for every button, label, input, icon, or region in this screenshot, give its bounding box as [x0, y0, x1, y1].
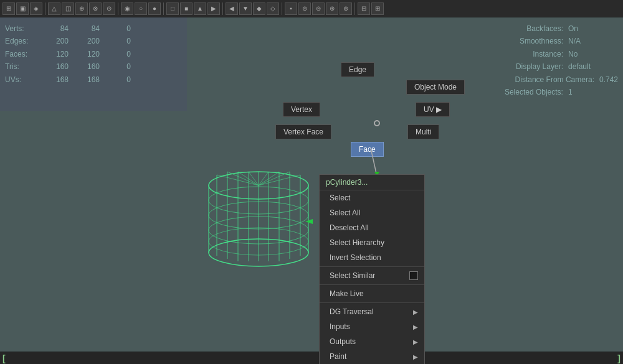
ctx-item-select-all[interactable]: Select All — [320, 205, 424, 220]
stat-row-edges: Edges: 200 200 0 — [5, 35, 136, 47]
info-row-distance: Distance From Camera: 0.742 — [482, 73, 618, 86]
ctx-item-outputs-label: Outputs — [330, 337, 356, 346]
stat-val-uvs-1: 168 — [42, 73, 74, 86]
toolbar-icon-24[interactable]: ⊚ — [340, 2, 352, 15]
ctx-item-select-all-label: Select All — [330, 208, 360, 217]
stat-val-uvs-3: 0 — [105, 73, 136, 86]
ctx-sep-2 — [320, 284, 424, 285]
toolbar-icon-13[interactable]: ■ — [180, 2, 193, 15]
info-row-displayer: Display Layer: default — [482, 60, 618, 73]
toolbar-icon-3[interactable]: ◈ — [30, 2, 42, 15]
info-val-selected: 1 — [568, 86, 573, 98]
info-label-displayer: Display Layer: — [482, 60, 563, 73]
ctx-item-select-hierarchy[interactable]: Select Hierarchy — [320, 235, 424, 250]
info-panel: Backfaces: On Smoothness: N/A Instance: … — [482, 22, 618, 98]
stat-val-verts-3: 0 — [105, 22, 136, 35]
vertex-mode-button[interactable]: Vertex — [283, 102, 320, 117]
toolbar-icon-25[interactable]: ⊟ — [358, 2, 370, 15]
toolbar-sep-1 — [45, 2, 45, 15]
multi-mode-button[interactable]: Multi — [407, 124, 439, 139]
toolbar-icon-12[interactable]: □ — [166, 2, 179, 15]
toolbar-icon-6[interactable]: ⊕ — [75, 2, 88, 15]
ctx-item-paint-label: Paint — [330, 352, 346, 361]
vertex-face-mode-button[interactable]: Vertex Face — [275, 124, 331, 139]
ctx-checkbox-select-similar[interactable] — [409, 271, 418, 280]
stat-label-edges: Edges: — [5, 35, 42, 47]
ctx-item-invert-selection-label: Invert Selection — [330, 253, 381, 262]
uv-mode-button[interactable]: UV ▶ — [416, 102, 450, 117]
toolbar-icon-23[interactable]: ⊛ — [326, 2, 338, 15]
ctx-arrow-outputs: ▶ — [413, 338, 418, 345]
toolbar-icon-21[interactable]: ⊜ — [298, 2, 311, 15]
info-label-backfaces: Backfaces: — [482, 22, 563, 35]
viewport[interactable]: Verts: 84 84 0 Edges: 200 200 0 Faces: 1… — [0, 17, 623, 364]
stat-val-faces-3: 0 — [105, 48, 136, 60]
stat-val-faces-1: 120 — [42, 48, 74, 60]
ctx-item-make-live[interactable]: Make Live — [320, 286, 424, 301]
toolbar-icon-9[interactable]: ◉ — [121, 2, 133, 15]
ctx-item-deselect-all[interactable]: Deselect All — [320, 220, 424, 235]
info-label-instance: Instance: — [482, 48, 563, 60]
toolbar-icon-11[interactable]: ● — [148, 2, 161, 15]
toolbar-icon-4[interactable]: △ — [48, 2, 60, 15]
ctx-item-select-similar[interactable]: Select Similar — [320, 268, 424, 283]
toolbar-icon-14[interactable]: ▲ — [194, 2, 206, 15]
ctx-item-invert-selection[interactable]: Invert Selection — [320, 250, 424, 265]
info-label-distance: Distance From Camera: — [482, 73, 594, 86]
info-val-smoothness: N/A — [568, 35, 581, 47]
toolbar: ⊞ ▣ ◈ △ ◫ ⊕ ⊗ ⊙ ◉ ○ ● □ ■ ▲ ▶ ◀ ▼ ◆ ◇ ▪ … — [0, 0, 623, 17]
toolbar-icon-8[interactable]: ⊙ — [103, 2, 115, 15]
stat-row-tris: Tris: 160 160 0 — [5, 60, 136, 73]
ctx-item-select[interactable]: Select — [320, 190, 424, 205]
bottom-bar: [ ] — [0, 352, 623, 364]
toolbar-icon-17[interactable]: ▼ — [239, 2, 252, 15]
toolbar-icon-10[interactable]: ○ — [135, 2, 147, 15]
stat-label-uvs: UVs: — [5, 73, 42, 86]
toolbar-icon-22[interactable]: ⊝ — [312, 2, 325, 15]
edge-mode-button[interactable]: Edge — [341, 62, 374, 77]
context-menu: pCylinder3... Select Select All Deselect… — [319, 174, 425, 364]
info-val-backfaces: On — [568, 22, 578, 35]
ctx-item-dg-traversal[interactable]: DG Traversal ▶ — [320, 304, 424, 319]
toolbar-icon-2[interactable]: ▣ — [16, 2, 29, 15]
ctx-item-select-hierarchy-label: Select Hierarchy — [330, 238, 384, 247]
ctx-item-outputs[interactable]: Outputs ▶ — [320, 334, 424, 349]
stat-val-verts-2: 84 — [74, 22, 105, 35]
toolbar-icon-16[interactable]: ◀ — [226, 2, 238, 15]
stat-row-verts: Verts: 84 84 0 — [5, 22, 136, 35]
info-val-displayer: default — [568, 60, 591, 73]
info-row-smoothness: Smoothness: N/A — [482, 35, 618, 47]
ctx-item-dg-traversal-label: DG Traversal — [330, 307, 374, 316]
toolbar-icon-1[interactable]: ⊞ — [2, 2, 15, 15]
toolbar-sep-3 — [163, 2, 164, 15]
ctx-sep-1 — [320, 266, 424, 267]
stat-val-tris-1: 160 — [42, 60, 74, 73]
stat-val-tris-3: 0 — [105, 60, 136, 73]
ctx-arrow-dg: ▶ — [413, 309, 418, 315]
stat-label-faces: Faces: — [5, 48, 42, 60]
toolbar-icon-7[interactable]: ⊗ — [89, 2, 102, 15]
toolbar-icon-19[interactable]: ◇ — [267, 2, 279, 15]
object-mode-button[interactable]: Object Mode — [406, 80, 465, 95]
info-val-distance: 0.742 — [599, 73, 618, 86]
ctx-sep-3 — [320, 302, 424, 303]
info-val-instance: No — [568, 48, 578, 60]
toolbar-icon-20[interactable]: ▪ — [285, 2, 297, 15]
stat-val-faces-2: 120 — [74, 48, 105, 60]
right-bracket: ] — [617, 353, 621, 363]
toolbar-icon-15[interactable]: ▶ — [207, 2, 220, 15]
toolbar-icon-26[interactable]: ⊞ — [371, 2, 384, 15]
toolbar-icon-18[interactable]: ◆ — [253, 2, 265, 15]
ctx-item-inputs[interactable]: Inputs ▶ — [320, 319, 424, 334]
ctx-item-inputs-label: Inputs — [330, 322, 350, 331]
ctx-item-select-similar-label: Select Similar — [330, 271, 375, 280]
toolbar-sep-6 — [354, 2, 355, 15]
info-label-smoothness: Smoothness: — [482, 35, 563, 47]
context-menu-title: pCylinder3... — [320, 175, 424, 190]
stat-val-edges-3: 0 — [105, 35, 136, 47]
ctx-item-paint[interactable]: Paint ▶ — [320, 349, 424, 364]
stat-row-uvs: UVs: 168 168 0 — [5, 73, 136, 86]
stat-row-faces: Faces: 120 120 0 — [5, 48, 136, 60]
toolbar-icon-5[interactable]: ◫ — [62, 2, 74, 15]
ctx-arrow-paint: ▶ — [413, 353, 418, 360]
